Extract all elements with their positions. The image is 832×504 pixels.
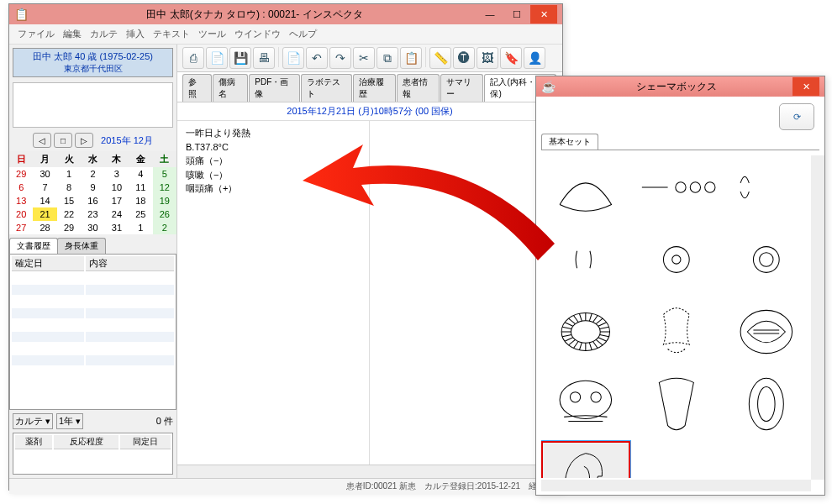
schema-ear[interactable] [541,152,630,223]
calendar-day[interactable]: 12 [153,181,176,194]
ruler-icon[interactable]: 📏 [429,47,451,69]
calendar-day[interactable]: 6 [9,181,33,194]
doc-icon[interactable]: 📄 [206,47,228,69]
calendar-day[interactable]: 27 [9,221,33,234]
calendar-day[interactable]: 2 [81,167,104,181]
calendar-day[interactable]: 24 [105,207,129,221]
menu-file[interactable]: ファイル [14,26,58,42]
tab-basic-set[interactable]: 基本セット [541,134,598,150]
calendar-day[interactable]: 30 [33,167,56,181]
paste-icon[interactable]: 📋 [400,47,422,69]
calendar-day[interactable]: 21 [33,207,56,221]
schema-mouth-open[interactable] [722,297,811,367]
calendar-day[interactable]: 26 [153,207,176,221]
redo-icon[interactable]: ↷ [329,47,351,69]
history-list[interactable]: 確定日 内容 [9,255,176,410]
menu-help[interactable]: ヘルプ [286,26,320,42]
calendar-day[interactable]: 30 [81,221,104,234]
calendar-day[interactable]: 9 [81,181,104,194]
menu-window[interactable]: ウインドウ [231,26,284,42]
tab-pdf-image[interactable]: PDF・画像 [249,74,300,102]
calendar-day[interactable]: 18 [129,194,152,207]
soap-left[interactable]: 一昨日より発熱B.T37.8°C頭痛（−）咳嗽（−）咽頭痛（+） [177,121,370,465]
calendar-day[interactable]: 15 [57,194,81,207]
undo-icon[interactable]: ↶ [306,47,328,69]
tab-diagnosis[interactable]: 傷病名 [213,74,248,102]
refresh-button[interactable]: ⟳ [779,103,814,130]
calendar-day[interactable]: 1 [129,221,152,234]
schema-nose[interactable] [632,297,721,367]
tab-patient-info[interactable]: 患者情報 [397,74,440,102]
calendar-day[interactable]: 20 [9,207,33,221]
calendar-day[interactable]: 16 [81,194,104,207]
printer-icon[interactable]: ⎙ [182,47,204,69]
tab-treatment[interactable]: 治療履歴 [353,74,396,102]
calendar-day[interactable]: 29 [57,221,81,234]
schema-fundus[interactable] [541,297,630,367]
cal-today-button[interactable]: □ [54,133,72,148]
schema-head-section[interactable] [541,441,630,478]
schema-eye-o1[interactable] [541,224,630,295]
cut-icon[interactable]: ✂ [353,47,375,69]
calendar-day[interactable]: 25 [129,207,152,221]
tab-labtest[interactable]: ラボテスト [301,74,352,102]
text-icon[interactable]: 🅣 [453,47,475,69]
schema-eye-pair[interactable] [722,152,811,223]
close-button[interactable]: ✕ [530,5,557,24]
schema-pharynx[interactable] [722,369,811,439]
drug-list[interactable]: 薬剤 反応程度 同定日 [13,433,173,475]
schema-eye-o3[interactable] [722,224,811,295]
calendar-day[interactable]: 14 [33,194,56,207]
calendar-day[interactable]: 22 [57,207,81,221]
save-icon[interactable]: 💾 [229,47,251,69]
schema-skull[interactable] [541,369,630,439]
calendar-day[interactable]: 10 [105,181,129,194]
schema-icon[interactable]: 🖼 [477,47,498,69]
calendar-day[interactable]: 29 [9,167,33,181]
user-icon[interactable]: 👤 [524,47,545,69]
menu-karte[interactable]: カルテ [87,26,121,42]
tab-summary[interactable]: サマリー [440,74,483,102]
calendar-day[interactable]: 7 [33,181,56,194]
schema-h-scrollbar[interactable] [541,480,811,491]
calendar-day[interactable]: 1 [57,167,81,181]
calendar-day[interactable]: 4 [129,167,152,181]
page-icon[interactable]: 📄 [282,47,304,69]
calendar-day[interactable]: 3 [105,167,129,181]
calendar-day[interactable]: 11 [129,181,152,194]
menu-text[interactable]: テキスト [150,26,193,42]
stamp-icon[interactable]: 🔖 [500,47,522,69]
calendar-day[interactable]: 31 [105,221,129,234]
titlebar[interactable]: 📋 田中 太郎(タナカ タロウ) : 00021- インスペクタ — ☐ ✕ [9,4,562,24]
cal-prev-button[interactable]: ◁ [33,133,51,148]
copy-icon[interactable]: ⧉ [377,47,398,69]
maximize-button[interactable]: ☐ [503,5,530,24]
calendar-day[interactable]: 13 [9,194,33,207]
calendar-day[interactable]: 2 [153,221,176,234]
tab-reference[interactable]: 参 照 [182,74,212,102]
schema-larynx[interactable] [632,369,721,439]
calendar-day[interactable]: 5 [153,167,176,181]
period-select[interactable]: 1年 ▾ [56,413,83,429]
calendar-day[interactable]: 8 [57,181,81,194]
calendar-day[interactable]: 23 [81,207,104,221]
patient-info[interactable]: 田中 太郎 40 歳 (1975-02-25) 東京都千代田区 [13,48,173,77]
menu-edit[interactable]: 編集 [60,26,85,42]
calendar-day[interactable]: 28 [33,221,56,234]
h-scrollbar[interactable] [177,465,562,478]
schema-eye-o2[interactable] [632,224,721,295]
cal-next-button[interactable]: ▷ [75,133,93,148]
print-icon[interactable]: 🖶 [253,47,275,69]
filter-select[interactable]: カルテ ▾ [13,413,53,429]
soap-right[interactable] [370,121,562,465]
schema-eye-chart[interactable] [632,152,721,223]
schema-v-scrollbar[interactable] [811,155,824,480]
minimize-button[interactable]: — [477,5,503,24]
tab-height-weight[interactable]: 身長体重 [57,238,106,254]
tab-doc-history[interactable]: 文書履歴 [9,238,58,254]
calendar[interactable]: 日 月 火 水 木 金 土 29301234567891011121314151… [9,151,176,234]
schema-close-button[interactable]: ✕ [793,77,819,96]
calendar-day[interactable]: 19 [153,194,176,207]
menu-tool[interactable]: ツール [195,26,229,42]
calendar-day[interactable]: 17 [105,194,129,207]
